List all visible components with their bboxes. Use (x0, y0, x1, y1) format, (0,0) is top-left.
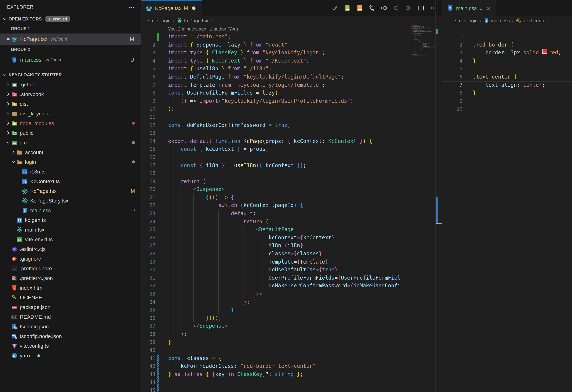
code-line-13[interactable]: 13 (141, 129, 401, 137)
tree-item--gitignore[interactable]: .gitignore (0, 254, 141, 264)
open-editor-item[interactable]: KcPage.tsxsrc/loginM (0, 33, 141, 45)
code-line-15[interactable]: 15const { kcContext } = props; (141, 145, 401, 153)
code-line-35[interactable]: 35} (141, 306, 401, 314)
tree-item-kccontext-ts[interactable]: TSKcContext.ts (0, 177, 141, 186)
code-line-22[interactable]: 22switch (kcContext.pageId) { (141, 202, 401, 210)
code-line-9[interactable]: 9() => import("keycloakify/login/UserPro… (141, 97, 401, 105)
tree-item--eslintrc-cjs[interactable]: .eslintrc.cjs (0, 244, 141, 254)
code-line-18[interactable]: 18 (141, 169, 401, 177)
code-line-38[interactable]: 38); (141, 330, 401, 338)
minimap[interactable]: import "./main.css";import { Suspense, l… (411, 25, 435, 392)
breadcrumb-item[interactable]: 3main.css (484, 18, 510, 23)
code-line-28[interactable]: 28classes={classes} (141, 250, 401, 258)
tree-item-account[interactable]: account (0, 147, 141, 157)
breadcrumb-item[interactable]: src (455, 18, 461, 23)
tree-item-dist-keycloak[interactable]: dist_keycloak (0, 109, 141, 118)
tree-item-kcpagestory-tsx[interactable]: KcPageStory.tsx (0, 196, 141, 206)
code-line-7[interactable]: 7import Template from "keycloakify/login… (141, 81, 401, 89)
code-line-19[interactable]: 19return ( (141, 177, 401, 185)
code-line-32[interactable]: 32doMakeUserConfirmPassword={doMakeUserC… (141, 282, 401, 290)
code-line-31[interactable]: 31UserProfileFormFields={UserProfileForm… (141, 274, 401, 282)
breadcrumb-item[interactable]: KcPage.tsx (177, 18, 208, 23)
code-line-30[interactable]: 30doUseDefaultCss={true} (141, 266, 401, 274)
tree-item-public[interactable]: public (0, 128, 141, 138)
close-icon[interactable] (485, 5, 492, 12)
code-line-2[interactable]: 2.red-border { (442, 41, 572, 49)
code-line-37[interactable]: 37</Suspense> (141, 322, 401, 330)
code-line-45[interactable]: 45 (141, 386, 401, 392)
code-line-5[interactable]: 5import { useI18n } from "./i18n"; (141, 65, 401, 73)
code-line-45[interactable] (411, 57, 435, 58)
overview-ruler[interactable] (435, 0, 442, 392)
code-line-24[interactable]: 24return ( (141, 218, 401, 226)
tree-item-kcpage-tsx[interactable]: KcPage.tsxM (0, 186, 141, 196)
code-line-6[interactable]: 6import DefaultPage from "keycloakify/lo… (141, 73, 401, 81)
code-line-3[interactable]: 3border: 3px solid red; (442, 49, 572, 57)
code-line-26[interactable]: 26kcContext={kcContext} (141, 234, 401, 242)
nav-forward-button[interactable] (404, 4, 413, 12)
tree-item-yarn-lock[interactable]: yarn.lock (0, 351, 141, 360)
book-green-button[interactable] (343, 4, 351, 12)
code-line-43[interactable]: 43} satisfies { [key in ClassKey]?: stri… (141, 370, 401, 378)
tree-item-index-html[interactable]: 5index.html (0, 283, 141, 293)
check-button[interactable] (331, 4, 339, 12)
tree-item-vite-env-d-ts[interactable]: TSvite-env.d.ts (0, 235, 141, 244)
tree-item-kc-gen-ts[interactable]: TSkc.gen.ts (0, 215, 141, 225)
code-line-10[interactable]: 10 (442, 105, 572, 113)
tree-item-tsconfig-json[interactable]: TStsconfig.json (0, 322, 141, 331)
tree-item-main-css[interactable]: 3main.cssU (0, 206, 141, 215)
tree-item--prettierrc-json[interactable]: .prettierrc.json (0, 273, 141, 283)
code-line-1[interactable]: 1 (442, 33, 572, 41)
code-line-29[interactable]: 29Template={Template} (141, 258, 401, 266)
code-line-21[interactable]: 21{(() => { (141, 194, 401, 202)
code-line-2[interactable]: 2import { Suspense, lazy } from "react"; (141, 41, 401, 49)
code-line-14[interactable]: 14export default function KcPage(props: … (141, 137, 401, 145)
code-line-16[interactable]: 16 (141, 153, 401, 161)
tree-item-readme-md[interactable]: README.md (0, 312, 141, 322)
tree-item-src[interactable]: </>src (0, 138, 141, 147)
open-editor-item[interactable]: 3main.csssrc/loginU (0, 54, 141, 65)
tree-item--storybook[interactable]: S.storybook (0, 89, 141, 99)
nav-circle-button[interactable] (392, 4, 400, 12)
compare-changes-button[interactable] (367, 4, 376, 12)
tree-item-login[interactable]: login (0, 157, 141, 167)
code-line-36[interactable]: 36})()} (141, 314, 401, 322)
code-line-39[interactable]: 39} (141, 338, 401, 346)
code-line-20[interactable]: 20<Suspense> (141, 186, 401, 194)
code-line-42[interactable]: 42kcFormHeaderClass: "red-border text-ce… (141, 362, 401, 370)
code-line-8[interactable]: 8} (442, 89, 572, 97)
code-line-33[interactable]: 33/> (141, 290, 401, 298)
explorer-more-button[interactable] (127, 3, 136, 11)
tree-item-i18n-ts[interactable]: TSi18n.ts (0, 167, 141, 177)
code-line-44[interactable]: 44 (141, 378, 401, 386)
code-line-41[interactable]: 41const classes = { (141, 354, 401, 362)
code-line-8[interactable]: 8const UserProfileFormFields = lazy( (141, 89, 401, 97)
tab-main-css[interactable]: 3 main.css U (442, 0, 496, 16)
code-editor-kcpage[interactable]: You, 2 minutes ago | 1 author (You) 1imp… (141, 25, 401, 392)
code-editor-maincss[interactable]: 12.red-border {3border: 3px solid red;4}… (442, 25, 572, 392)
code-line-6[interactable]: 6.text-center { (442, 73, 572, 81)
breadcrumb-item[interactable]: login (467, 18, 478, 23)
tree-item-package-json[interactable]: npmpackage.json (0, 302, 141, 312)
tree-item--prettierignore[interactable]: .prettierignore (0, 264, 141, 273)
breadcrumb-item[interactable]: ... (214, 18, 218, 23)
tree-item-vite-config-ts[interactable]: vite.config.ts (0, 341, 141, 351)
code-line-10[interactable]: 10); (141, 105, 401, 113)
code-line-40[interactable]: 40 (141, 346, 401, 354)
tree-item-node-modules[interactable]: JSnode_modules (0, 118, 141, 128)
code-line-7[interactable]: 7text-align: center; (442, 81, 572, 89)
code-line-27[interactable]: 27i18n={i18n} (141, 242, 401, 250)
code-line-5[interactable]: 5 (442, 65, 572, 73)
tree-item-license[interactable]: LICENSE (0, 293, 141, 302)
breadcrumb-item[interactable]: src (148, 18, 155, 23)
split-editor-button[interactable] (417, 4, 425, 12)
code-line-1[interactable]: 1import "./main.css"; (141, 33, 401, 41)
tab-kcpage-tsx[interactable]: KcPage.tsx M (141, 0, 202, 16)
code-line-17[interactable]: 17const { i18n } = useI18n({ kcContext }… (141, 161, 401, 169)
color-swatch[interactable] (542, 49, 547, 54)
tree-item-tsconfig-node-json[interactable]: TStsconfig.node.json (0, 331, 141, 341)
code-line-4[interactable]: 4} (442, 57, 572, 65)
code-line-12[interactable]: 12const doMakeUserConfirmPassword = true… (141, 121, 401, 129)
code-line-25[interactable]: 25<DefaultPage (141, 226, 401, 234)
code-line-9[interactable]: 9 (442, 97, 572, 105)
